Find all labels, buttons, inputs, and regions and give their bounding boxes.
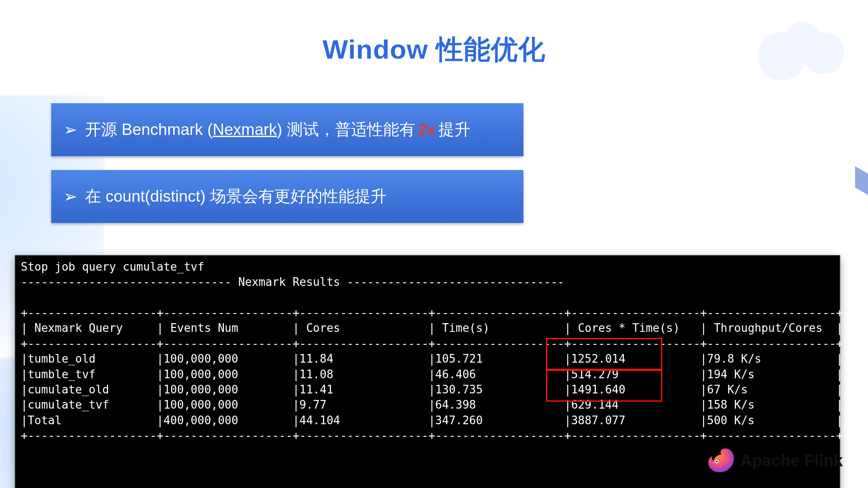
highlight-box-tumble [546,338,662,370]
bullet-2-text: 在 count(distinct) 场景会有更好的性能提升 [85,186,387,207]
bullet-1-mid: ) 测试，普适性能有 [277,121,415,138]
table-row: |Total |400,000,000 |44.104 |347.260 |38… [21,414,843,427]
bullet-1-text: 开源 Benchmark (Nexmark) 测试，普适性能有2x提升 [85,119,470,141]
footer-brand: Apache Flink [707,446,843,475]
chevron-right-icon: ➢ [63,188,77,205]
slide-title: Window 性能优化 [0,31,868,68]
table-row: |tumble_tvf |100,000,000 |11.08 |46.406 … [21,368,843,381]
flink-logo-icon [707,446,735,475]
footer-brand-label: Apache Flink [740,452,843,470]
bullet-count-distinct: ➢ 在 count(distinct) 场景会有更好的性能提升 [51,170,523,223]
terminal-header: | Nexmark Query | Events Num | Cores | T… [21,321,843,334]
nexmark-link[interactable]: Nexmark [213,121,277,138]
terminal-banner: ------------------------------- Nexmark … [21,275,564,288]
bullet-benchmark: ➢ 开源 Benchmark (Nexmark) 测试，普适性能有2x提升 [51,103,523,156]
terminal-sep: +-------------------+-------------------… [21,306,843,319]
terminal-sep: +-------------------+-------------------… [21,337,843,350]
table-row: |tumble_old |100,000,000 |11.84 |105.721… [21,352,843,365]
table-row: |cumulate_old |100,000,000 |11.41 |130.7… [21,383,843,396]
bullet-1-suffix: 提升 [438,121,470,138]
svg-point-1 [716,461,717,462]
table-row: |cumulate_tvf |100,000,000 |9.77 |64.398… [21,398,843,411]
terminal-stop-line: Stop job query cumulate_tvf [21,260,204,273]
chevron-right-icon: ➢ [63,121,77,138]
bullet-1-prefix: 开源 Benchmark ( [85,121,213,138]
bullet-1-highlight: 2x [418,121,436,138]
terminal-sep: +-------------------+-------------------… [21,429,843,442]
highlight-box-cumulate [546,370,662,402]
